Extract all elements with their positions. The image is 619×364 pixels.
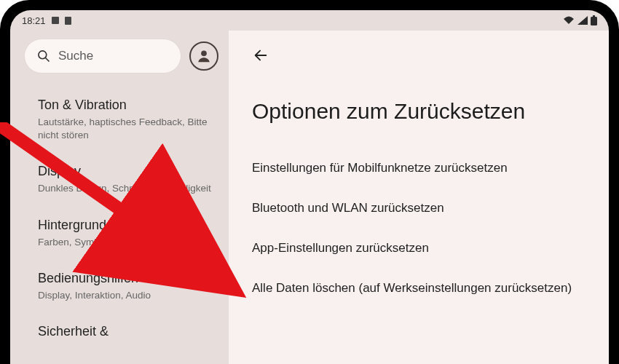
sidebar-item-wallpaper[interactable]: Hintergrund und Stil Farben, Symboldesig… — [25, 207, 218, 261]
sidebar-item-title: Ton & Vibration — [38, 98, 216, 113]
sidebar-item-subtitle: Farben, Symboldesigns, App-Raster — [38, 236, 216, 249]
sidebar-item-title: Sicherheit & — [38, 324, 216, 339]
status-time: 18:21 — [22, 15, 46, 26]
sidebar-item-subtitle: Lautstärke, haptisches Feedback, Bitte n… — [38, 116, 216, 142]
svg-point-2 — [39, 51, 47, 59]
sidebar-item-security[interactable]: Sicherheit & — [25, 314, 218, 354]
settings-sidebar: Suche Ton & Vibration Lautstärke, haptis… — [10, 31, 229, 364]
svg-point-4 — [201, 50, 207, 56]
reset-bluetooth-wlan-option[interactable]: Bluetooth und WLAN zurücksetzen — [249, 189, 588, 229]
person-icon — [196, 48, 212, 64]
svg-line-3 — [46, 58, 50, 62]
sidebar-item-sound[interactable]: Ton & Vibration Lautstärke, haptisches F… — [25, 87, 218, 154]
tablet-frame: 18:21 Suche — [0, 0, 619, 364]
sidebar-item-subtitle: Display, Interaktion, Audio — [38, 289, 216, 302]
sidebar-item-title: Bedienungshilfen — [38, 271, 216, 286]
factory-reset-option[interactable]: Alle Daten löschen (auf Werkseinstellung… — [249, 269, 588, 309]
status-indicator-icon — [52, 17, 59, 24]
reset-app-settings-option[interactable]: App-Einstellungen zurücksetzen — [249, 229, 588, 269]
page-title: Optionen zum Zurücksetzen — [252, 99, 588, 124]
search-icon — [36, 49, 51, 63]
status-sd-icon — [65, 17, 71, 25]
sidebar-item-display[interactable]: Display Dunkles Design, Schriftgröße, He… — [25, 154, 218, 207]
back-button[interactable] — [249, 44, 272, 67]
search-placeholder: Suche — [58, 49, 93, 63]
content-area: Suche Ton & Vibration Lautstärke, haptis… — [10, 31, 609, 364]
sidebar-item-accessibility[interactable]: Bedienungshilfen Display, Interaktion, A… — [25, 261, 218, 314]
sidebar-item-title: Display — [38, 164, 216, 179]
svg-rect-0 — [591, 17, 597, 25]
main-panel: Optionen zum Zurücksetzen Einstellungen … — [229, 31, 609, 364]
wifi-icon — [563, 16, 575, 25]
battery-icon — [591, 15, 597, 25]
reset-mobile-network-option[interactable]: Einstellungen für Mobilfunknetze zurücks… — [249, 149, 588, 189]
search-row: Suche — [25, 39, 218, 73]
status-left: 18:21 — [22, 15, 71, 26]
profile-avatar[interactable] — [189, 41, 218, 71]
search-input[interactable]: Suche — [25, 39, 181, 73]
cell-signal-icon — [577, 16, 588, 25]
sidebar-item-subtitle: Dunkles Design, Schriftgröße, Helligkeit — [38, 182, 216, 195]
svg-rect-1 — [593, 15, 595, 17]
status-bar: 18:21 — [10, 10, 609, 31]
screen: 18:21 Suche — [10, 10, 609, 364]
sidebar-item-title: Hintergrund und Stil — [38, 218, 216, 233]
status-right — [563, 15, 597, 25]
arrow-back-icon — [253, 47, 269, 63]
